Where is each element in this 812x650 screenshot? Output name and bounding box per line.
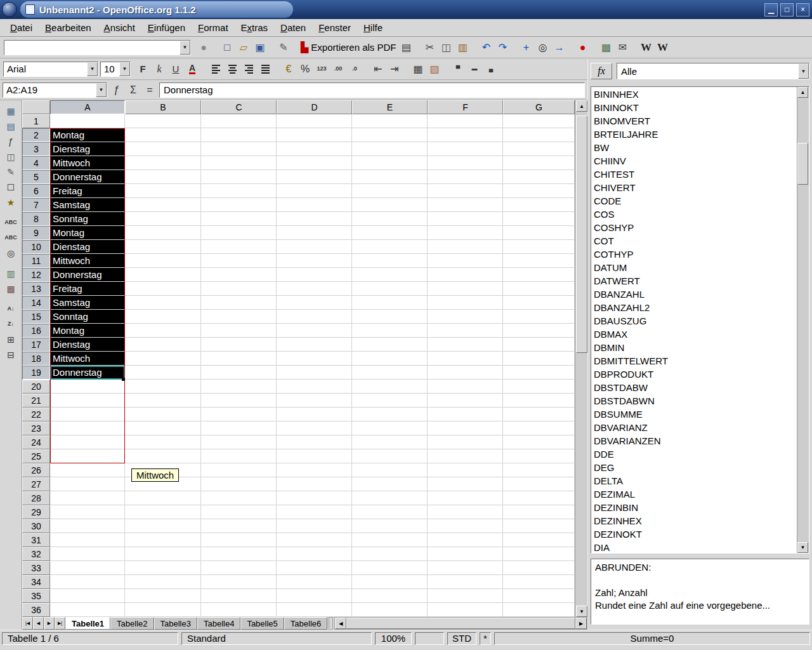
spellcheck-icon[interactable]: ABC — [3, 215, 19, 230]
row-header-13[interactable]: 13 — [22, 282, 50, 296]
open-icon[interactable]: ▱ — [236, 40, 251, 55]
cell-g12[interactable] — [503, 268, 575, 282]
borders-icon[interactable]: ▦ — [410, 62, 426, 77]
cell-f3[interactable] — [428, 142, 503, 156]
cell-g27[interactable] — [503, 477, 575, 491]
insert-fields-icon[interactable]: ƒ — [3, 134, 19, 149]
row-header-8[interactable]: 8 — [22, 212, 50, 226]
align-center-icon[interactable] — [225, 62, 240, 77]
row-header-17[interactable]: 17 — [22, 338, 50, 352]
cell-f32[interactable] — [428, 547, 503, 561]
cell-d3[interactable] — [277, 142, 352, 156]
function-item-dde[interactable]: DDE — [594, 448, 797, 461]
paste-icon[interactable]: ▥ — [455, 40, 471, 55]
cell-f12[interactable] — [428, 268, 503, 282]
cell-f6[interactable] — [428, 184, 503, 198]
row-header-27[interactable]: 27 — [22, 477, 50, 491]
cell-b32[interactable] — [125, 547, 201, 561]
row-header-18[interactable]: 18 — [22, 352, 50, 366]
first-sheet-button[interactable]: |◀ — [22, 617, 33, 630]
export-pdf-button[interactable]: ▙Exportieren als PDF — [299, 40, 398, 55]
cell-d22[interactable] — [277, 408, 352, 421]
status-zoom[interactable]: 100% — [375, 632, 412, 645]
cell-d29[interactable] — [277, 505, 352, 519]
function-item-datwert[interactable]: DATWERT — [594, 274, 797, 288]
cell-a7[interactable]: Samstag — [50, 198, 125, 212]
cell-c28[interactable] — [201, 491, 277, 505]
last-sheet-button[interactable]: ▶| — [55, 617, 65, 630]
fill-handle[interactable] — [122, 378, 125, 381]
cell-f20[interactable] — [428, 380, 503, 394]
draw-functions-icon[interactable]: ✎ — [3, 164, 19, 179]
cell-c25[interactable] — [201, 449, 277, 463]
currency-format-icon[interactable]: € — [281, 62, 296, 77]
cell-e30[interactable] — [352, 519, 428, 533]
cell-c18[interactable] — [201, 352, 277, 366]
cell-a12[interactable]: Donnerstag — [50, 268, 125, 282]
formula-input[interactable]: Donnerstag — [159, 83, 585, 98]
cell-a11[interactable]: Mittwoch — [50, 254, 125, 268]
italic-icon[interactable]: k — [152, 62, 167, 77]
cell-d18[interactable] — [277, 352, 352, 366]
cell-f33[interactable] — [428, 561, 503, 575]
cell-c9[interactable] — [201, 226, 277, 240]
row-header-14[interactable]: 14 — [22, 296, 50, 310]
cell-a30[interactable] — [50, 519, 125, 533]
cell-d27[interactable] — [277, 477, 352, 491]
function-item-dbauszug[interactable]: DBAUSZUG — [594, 314, 797, 328]
autoformat-icon[interactable]: ★ — [3, 195, 19, 209]
align-right-icon[interactable] — [241, 62, 256, 77]
cell-c31[interactable] — [201, 533, 277, 547]
cell-f7[interactable] — [428, 198, 503, 212]
row-header-31[interactable]: 31 — [22, 533, 50, 547]
zoom-icon[interactable]: ◎ — [535, 40, 551, 55]
function-item-brteiljahre[interactable]: BRTEILJAHRE — [594, 128, 797, 141]
column-header-g[interactable]: G — [503, 100, 575, 114]
vertical-scroll-thumb[interactable] — [576, 116, 587, 353]
cell-e14[interactable] — [352, 296, 428, 310]
cell-b22[interactable] — [125, 408, 201, 421]
url-input[interactable] — [4, 41, 180, 54]
font-name-combobox[interactable]: Arial ▼ — [3, 62, 98, 77]
cell-b31[interactable] — [125, 533, 201, 547]
cell-g22[interactable] — [503, 408, 575, 421]
cell-a21[interactable] — [50, 394, 125, 408]
row-header-36[interactable]: 36 — [22, 603, 50, 617]
record-macro-icon[interactable]: ● — [575, 40, 591, 55]
cell-b3[interactable] — [125, 142, 201, 156]
cell-b23[interactable] — [125, 421, 201, 435]
cell-d14[interactable] — [277, 296, 352, 310]
row-header-30[interactable]: 30 — [22, 519, 50, 533]
cell-f16[interactable] — [428, 324, 503, 338]
ungroup-icon[interactable]: ⊟ — [3, 347, 19, 362]
cell-c15[interactable] — [201, 310, 277, 324]
cell-g7[interactable] — [503, 198, 575, 212]
cell-d20[interactable] — [277, 380, 352, 394]
group-icon[interactable]: ⊞ — [3, 332, 19, 347]
background-color-icon[interactable]: ▨ — [427, 62, 442, 77]
cell-c20[interactable] — [201, 380, 277, 394]
row-header-1[interactable]: 1 — [22, 114, 50, 128]
cell-b17[interactable] — [125, 338, 201, 352]
cell-e16[interactable] — [352, 324, 428, 338]
cell-a22[interactable] — [50, 408, 125, 421]
cell-e36[interactable] — [352, 603, 428, 617]
navigator-icon[interactable]: + — [519, 40, 534, 55]
function-item-datum[interactable]: DATUM — [594, 261, 797, 274]
cell-e21[interactable] — [352, 394, 428, 408]
status-sum[interactable]: Summe=0 — [494, 632, 810, 645]
menu-item-extras[interactable]: Extras — [235, 20, 275, 36]
mail-icon[interactable]: ✉ — [615, 40, 631, 55]
cell-b9[interactable] — [125, 226, 201, 240]
cell-f34[interactable] — [428, 575, 503, 589]
row-header-12[interactable]: 12 — [22, 268, 50, 282]
cell-e31[interactable] — [352, 533, 428, 547]
cell-b2[interactable] — [125, 128, 201, 142]
cell-c23[interactable] — [201, 421, 277, 435]
cell-a5[interactable]: Donnerstag — [50, 170, 125, 184]
sheet-tab-tabelle3[interactable]: Tabelle3 — [154, 617, 197, 630]
close-button[interactable]: × — [796, 3, 809, 17]
cell-a32[interactable] — [50, 547, 125, 561]
cell-b8[interactable] — [125, 212, 201, 226]
cell-g2[interactable] — [503, 128, 575, 142]
